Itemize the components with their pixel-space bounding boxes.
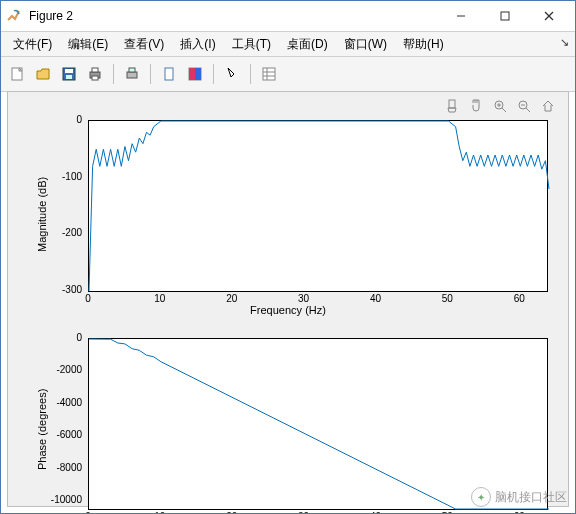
new-figure-button[interactable]	[5, 62, 29, 86]
menu-view[interactable]: 查看(V)	[116, 34, 172, 55]
xtick: 10	[154, 293, 165, 304]
minimize-button[interactable]	[439, 2, 483, 30]
svg-rect-21	[449, 100, 455, 108]
open-button[interactable]	[31, 62, 55, 86]
svg-line-23	[502, 108, 506, 112]
magnitude-xlabel: Frequency (Hz)	[250, 304, 326, 316]
link-plot-button[interactable]	[157, 62, 181, 86]
menubar: 文件(F) 编辑(E) 查看(V) 插入(I) 工具(T) 桌面(D) 窗口(W…	[1, 32, 575, 57]
svg-line-27	[526, 108, 530, 112]
magnitude-axes[interactable]	[88, 120, 548, 292]
ytick: 0	[76, 332, 82, 343]
svg-rect-11	[127, 72, 137, 78]
print-button[interactable]	[83, 62, 107, 86]
watermark-text: 脑机接口社区	[495, 489, 567, 506]
matlab-logo-icon	[5, 7, 23, 25]
ytick: -200	[62, 227, 82, 238]
svg-rect-7	[66, 75, 72, 79]
window-title: Figure 2	[29, 9, 439, 23]
phase-axes[interactable]	[88, 338, 548, 510]
menu-help[interactable]: 帮助(H)	[395, 34, 452, 55]
maximize-button[interactable]	[483, 2, 527, 30]
close-button[interactable]	[527, 2, 571, 30]
svg-rect-17	[263, 68, 275, 80]
phase-plot	[89, 339, 547, 509]
figure-window: Figure 2 文件(F) 编辑(E) 查看(V) 插入(I) 工具(T) 桌…	[0, 0, 576, 514]
save-button[interactable]	[57, 62, 81, 86]
dock-arrow-icon[interactable]: ↘	[560, 36, 569, 49]
axes-toolbar	[442, 96, 558, 116]
svg-rect-1	[501, 12, 509, 20]
svg-rect-16	[195, 68, 201, 80]
svg-rect-15	[189, 68, 195, 80]
toolbar-separator	[113, 64, 114, 84]
ytick: -10000	[51, 494, 82, 505]
ytick: -6000	[56, 429, 82, 440]
svg-rect-10	[92, 76, 98, 80]
zoom-out-icon[interactable]	[514, 96, 534, 116]
edit-plot-button[interactable]	[220, 62, 244, 86]
print-preview-button[interactable]	[120, 62, 144, 86]
xtick: 50	[442, 293, 453, 304]
svg-rect-13	[165, 68, 173, 80]
svg-rect-12	[129, 68, 135, 72]
home-icon[interactable]	[538, 96, 558, 116]
ytick: -100	[62, 171, 82, 182]
magnitude-ylabel: Magnitude (dB)	[36, 177, 48, 252]
xtick: 30	[298, 293, 309, 304]
phase-ylabel: Phase (degrees)	[36, 389, 48, 470]
menu-tools[interactable]: 工具(T)	[224, 34, 279, 55]
xtick: 60	[514, 293, 525, 304]
zoom-in-icon[interactable]	[490, 96, 510, 116]
wechat-icon: ✦	[471, 487, 491, 507]
titlebar: Figure 2	[1, 1, 575, 32]
brush-icon[interactable]	[442, 96, 462, 116]
magnitude-plot	[89, 121, 547, 291]
toolbar-separator	[250, 64, 251, 84]
colorbar-button[interactable]	[183, 62, 207, 86]
menu-desktop[interactable]: 桌面(D)	[279, 34, 336, 55]
ytick: -300	[62, 284, 82, 295]
toolbar-separator	[150, 64, 151, 84]
ytick: -2000	[56, 364, 82, 375]
ytick: 0	[76, 114, 82, 125]
svg-rect-6	[65, 69, 73, 73]
menu-window[interactable]: 窗口(W)	[336, 34, 395, 55]
svg-rect-9	[92, 68, 98, 72]
menu-insert[interactable]: 插入(I)	[172, 34, 223, 55]
pan-icon[interactable]	[466, 96, 486, 116]
property-inspector-button[interactable]	[257, 62, 281, 86]
menu-file[interactable]: 文件(F)	[5, 34, 60, 55]
toolbar-separator	[213, 64, 214, 84]
xtick: 0	[85, 293, 91, 304]
toolbar	[1, 57, 575, 92]
figure-area: Magnitude (dB) Frequency (Hz) Phase (deg…	[7, 91, 569, 507]
ytick: -8000	[56, 462, 82, 473]
xtick: 40	[370, 293, 381, 304]
menu-edit[interactable]: 编辑(E)	[60, 34, 116, 55]
xtick: 20	[226, 293, 237, 304]
watermark: ✦ 脑机接口社区	[471, 487, 567, 507]
ytick: -4000	[56, 397, 82, 408]
